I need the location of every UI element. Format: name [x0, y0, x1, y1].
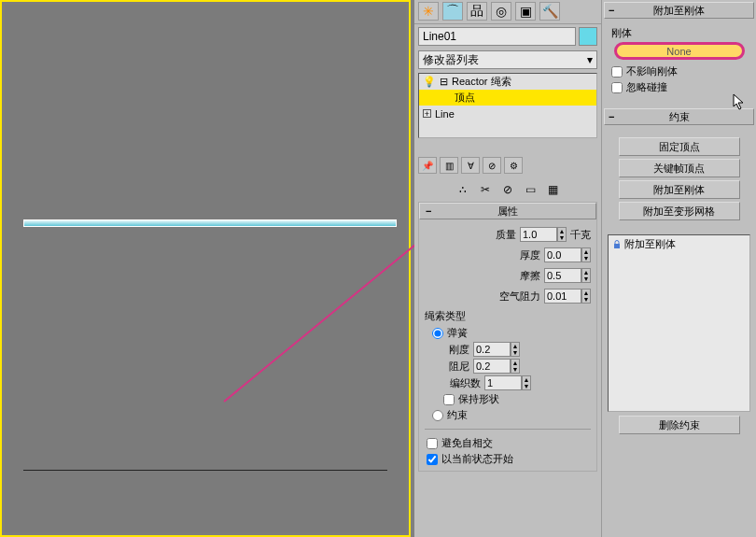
friction-spinner[interactable]: ▲▼ — [544, 268, 591, 283]
weave-label: 编织数 — [443, 376, 481, 390]
object-color-swatch[interactable] — [579, 27, 597, 46]
preserve-shape-label: 保持形状 — [458, 392, 499, 406]
mass-unit: 千克 — [570, 228, 591, 242]
air-input[interactable] — [544, 289, 581, 304]
rigidbody-label: 刚体 — [611, 26, 750, 40]
object-name-input[interactable] — [418, 27, 576, 46]
weave-input[interactable] — [484, 375, 522, 390]
mass-spinner[interactable]: ▲▼ — [520, 227, 567, 242]
no-affect-rigid-checkbox[interactable] — [611, 66, 623, 78]
ground-line — [23, 470, 387, 471]
expand-icon: ⊟ — [440, 76, 448, 88]
list-item[interactable]: 附加至刚体 — [612, 237, 746, 251]
command-panel-tabs: ✳ ⌒ 品 ◎ ▣ 🔨 — [414, 0, 601, 24]
base-label: Line — [435, 108, 455, 120]
ignore-collision-label: 忽略碰撞 — [626, 80, 667, 94]
create-tab-icon[interactable]: ✳ — [418, 2, 439, 21]
friction-label: 摩擦 — [520, 269, 540, 283]
ignore-collision-checkbox[interactable] — [611, 82, 623, 93]
stiffness-input[interactable] — [473, 342, 511, 357]
rollout-properties: − 属性 质量 ▲▼ 千克 厚度 ▲▼ 摩擦 — [418, 202, 597, 472]
avoid-self-label: 避免自相交 — [441, 436, 493, 450]
modify-panel: ✳ ⌒ 品 ◎ ▣ 🔨 修改器列表 ▾ 💡 ⊟ Reactor 绳索 顶点 + … — [414, 0, 601, 537]
mass-input[interactable] — [520, 227, 557, 242]
svg-rect-2 — [614, 244, 620, 248]
rollout-title: 属性 — [497, 205, 518, 219]
stack-row-vertex[interactable]: 顶点 — [419, 90, 596, 106]
air-label: 空气阻力 — [499, 290, 540, 304]
hierarchy-tab-icon[interactable]: 品 — [467, 2, 487, 21]
modify-tab-icon[interactable]: ⌒ — [442, 2, 463, 21]
air-spinner[interactable]: ▲▼ — [544, 289, 591, 304]
dropdown-arrow-icon: ▾ — [587, 53, 593, 66]
rollout-header-properties[interactable]: − 属性 — [419, 203, 596, 219]
rope-type-label: 绳索类型 — [425, 309, 591, 323]
remove-icon[interactable]: ⊘ — [483, 157, 501, 174]
radio-spring-label: 弹簧 — [447, 326, 468, 340]
start-current-label: 以当前状态开始 — [441, 452, 513, 466]
stiffness-spinner[interactable]: ▲▼ — [473, 342, 520, 357]
vertex-icon[interactable]: ∴ — [455, 181, 471, 198]
constraint-header[interactable]: − 约束 — [604, 108, 754, 125]
list-item-label: 附加至刚体 — [624, 237, 676, 251]
utilities-tab-icon[interactable]: 🔨 — [539, 2, 560, 21]
far-right-panel: − 附加至刚体 刚体 None 不影响刚体 忽略碰撞 − 约束 固定顶点 关键帧… — [601, 0, 756, 537]
thickness-spinner[interactable]: ▲▼ — [544, 247, 591, 262]
viewport[interactable] — [0, 0, 411, 537]
subobject-label: 顶点 — [455, 91, 475, 105]
no-affect-rigid-label: 不影响刚体 — [626, 64, 678, 78]
plus-icon: + — [423, 109, 431, 118]
keyframe-vertex-button[interactable]: 关键帧顶点 — [619, 159, 740, 177]
fix-vertex-button[interactable]: 固定顶点 — [619, 137, 740, 156]
modifier-list-label: 修改器列表 — [423, 52, 479, 68]
radio-spring[interactable] — [432, 328, 443, 339]
unique-icon[interactable]: ∀ — [461, 157, 480, 174]
beam-object[interactable] — [23, 219, 397, 227]
stack-row-line[interactable]: + Line — [419, 106, 596, 121]
damping-spinner[interactable]: ▲▼ — [473, 359, 520, 374]
damping-label: 阻尼 — [443, 360, 469, 374]
attach-deform-button[interactable]: 附加至变形网格 — [619, 202, 740, 220]
spline-icon[interactable]: ▭ — [522, 181, 539, 198]
constraint-title: 约束 — [669, 110, 690, 124]
stack-label: Reactor 绳索 — [452, 75, 511, 89]
radio-constraint-label: 约束 — [447, 408, 468, 422]
mass-label: 质量 — [496, 228, 516, 242]
lock-icon — [612, 240, 622, 249]
radio-constraint[interactable] — [432, 410, 443, 421]
none-text: None — [666, 46, 691, 57]
friction-input[interactable] — [544, 268, 581, 283]
motion-tab-icon[interactable]: ◎ — [491, 2, 511, 21]
none-button[interactable]: None — [614, 42, 745, 60]
attach-header[interactable]: − 附加至刚体 — [604, 2, 754, 19]
configure-icon[interactable]: ⚙ — [504, 157, 523, 174]
pin-icon[interactable]: 📌 — [418, 157, 437, 174]
stack-tool-row: 📌 ▥ ∀ ⊘ ⚙ — [418, 157, 597, 176]
attach-title: 附加至刚体 — [653, 4, 705, 18]
delete-constraint-button[interactable]: 删除约束 — [619, 416, 740, 434]
avoid-self-checkbox[interactable] — [427, 438, 438, 449]
preserve-shape-checkbox[interactable] — [443, 394, 455, 405]
segment-icon[interactable]: ⊘ — [499, 181, 516, 198]
display-tab-icon[interactable]: ▣ — [515, 2, 536, 21]
damping-input[interactable] — [473, 359, 511, 374]
element-icon[interactable]: ▦ — [544, 181, 561, 198]
thickness-label: 厚度 — [520, 248, 540, 262]
weave-spinner[interactable]: ▲▼ — [484, 375, 531, 390]
subobject-row: ∴ ✂ ⊘ ▭ ▦ — [418, 179, 597, 200]
bulb-icon: 💡 — [423, 76, 436, 88]
viewport-inner — [5, 5, 406, 532]
scissors-icon[interactable]: ✂ — [477, 181, 494, 198]
modifier-list-dropdown[interactable]: 修改器列表 ▾ — [418, 50, 597, 69]
show-end-icon[interactable]: ▥ — [440, 157, 458, 174]
stack-row-reactor[interactable]: 💡 ⊟ Reactor 绳索 — [419, 74, 596, 90]
modifier-stack[interactable]: 💡 ⊟ Reactor 绳索 顶点 + Line — [418, 73, 597, 138]
start-current-checkbox[interactable] — [427, 454, 438, 465]
stiffness-label: 刚度 — [443, 343, 469, 357]
constraint-listbox[interactable]: 附加至刚体 — [608, 234, 750, 412]
attach-rigid-button[interactable]: 附加至刚体 — [619, 180, 740, 199]
thickness-input[interactable] — [544, 247, 581, 262]
